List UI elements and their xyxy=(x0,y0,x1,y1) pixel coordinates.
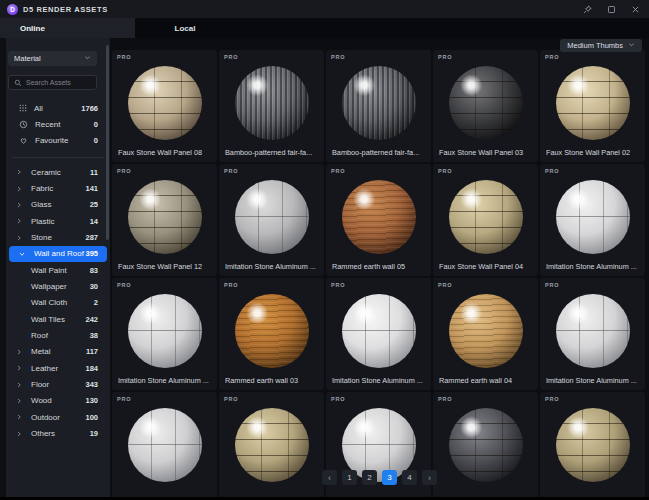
asset-card[interactable]: PROBamboo-patterned fair-fa... xyxy=(219,50,324,162)
asset-grid: PROFaux Stone Wall Panel 08PROBamboo-pat… xyxy=(112,50,649,497)
category-fabric[interactable]: Fabric141 xyxy=(6,180,110,196)
sidebar: Material All1766Recent0Favourite0 Cerami… xyxy=(6,38,110,497)
asset-type-label: Material xyxy=(14,54,41,63)
chevron-right-icon xyxy=(6,365,31,371)
asset-card[interactable]: PROImitation Stone Aluminum ... xyxy=(112,278,217,390)
pro-badge: PRO xyxy=(117,282,131,288)
pro-badge: PRO xyxy=(545,282,559,288)
category-metal[interactable]: Metal117 xyxy=(6,344,110,360)
page-button-2[interactable]: 2 xyxy=(362,470,377,485)
asset-card[interactable]: PROFaux Stone Wall Panel 08 xyxy=(112,50,217,162)
asset-card[interactable]: PROFaux Stone Wall Panel 04 xyxy=(433,164,538,276)
asset-name: Imitation Stone Aluminum ... xyxy=(546,262,642,271)
category-wall-paint[interactable]: Wall Paint83 xyxy=(6,262,110,278)
search-box xyxy=(8,75,97,90)
quick-filter-all[interactable]: All1766 xyxy=(6,100,110,116)
category-label: Stone xyxy=(31,233,85,242)
category-outdoor[interactable]: Outdoor100 xyxy=(6,409,110,425)
quick-filter-label: All xyxy=(34,104,43,113)
category-label: Wall and Roof xyxy=(34,249,85,258)
title-bar: D D5 RENDER ASSETS xyxy=(0,0,649,18)
category-label: Wood xyxy=(31,396,85,405)
category-plastic[interactable]: Plastic14 xyxy=(6,213,110,229)
asset-card[interactable]: PROImitation Stone Aluminum ... xyxy=(540,164,645,276)
search-input[interactable] xyxy=(26,79,91,86)
category-wall-and-roof[interactable]: Wall and Roof395 xyxy=(9,246,107,262)
category-wood[interactable]: Wood130 xyxy=(6,393,110,409)
category-count: 19 xyxy=(90,429,98,438)
chevron-right-icon xyxy=(6,202,31,208)
quick-filter-recent[interactable]: Recent0 xyxy=(6,116,110,132)
quick-filter-count: 1766 xyxy=(81,104,98,113)
tab-local[interactable]: Local xyxy=(135,18,235,38)
chevron-right-icon xyxy=(6,431,31,437)
thumb-size-dropdown[interactable]: Medium Thumbs xyxy=(560,39,642,52)
asset-name: Rammed earth wall 05 xyxy=(332,262,428,271)
category-count: 343 xyxy=(85,380,98,389)
category-wall-tiles[interactable]: Wall Tiles242 xyxy=(6,311,110,327)
category-wallpaper[interactable]: Wallpaper30 xyxy=(6,278,110,294)
maximize-icon[interactable] xyxy=(607,5,616,14)
category-stone[interactable]: Stone287 xyxy=(6,229,110,245)
category-wall-cloth[interactable]: Wall Cloth2 xyxy=(6,295,110,311)
category-count: 395 xyxy=(85,249,98,258)
asset-name: Faux Stone Wall Panel 02 xyxy=(546,148,642,157)
material-sphere xyxy=(128,66,202,140)
asset-name: Bamboo-patterned fair-fa... xyxy=(332,148,428,157)
tab-bar: Online Local xyxy=(0,18,649,38)
category-count: 242 xyxy=(85,315,98,324)
category-count: 25 xyxy=(90,200,98,209)
pro-badge: PRO xyxy=(331,54,345,60)
pro-badge: PRO xyxy=(331,282,345,288)
window-title: D5 RENDER ASSETS xyxy=(23,5,108,14)
category-floor[interactable]: Floor343 xyxy=(6,376,110,392)
category-leather[interactable]: Leather184 xyxy=(6,360,110,376)
asset-type-dropdown[interactable]: Material xyxy=(8,51,97,66)
asset-card[interactable]: PROImitation Stone Aluminum ... xyxy=(540,278,645,390)
asset-card[interactable]: PROFaux Stone Wall Panel 02 xyxy=(540,50,645,162)
pin-icon[interactable] xyxy=(583,5,592,14)
material-sphere xyxy=(342,294,416,368)
category-roof[interactable]: Roof38 xyxy=(6,327,110,343)
pro-badge: PRO xyxy=(331,168,345,174)
asset-name: Rammed earth wall 03 xyxy=(225,376,321,385)
category-label: Wall Paint xyxy=(31,266,90,275)
tab-online[interactable]: Online xyxy=(0,18,135,38)
asset-card[interactable]: PROBamboo-patterned fair-fa... xyxy=(326,50,431,162)
asset-card[interactable]: PRORammed earth wall 03 xyxy=(219,278,324,390)
asset-card[interactable]: PRORammed earth wall 05 xyxy=(326,164,431,276)
asset-name: Faux Stone Wall Panel 04 xyxy=(439,262,535,271)
category-glass[interactable]: Glass25 xyxy=(6,197,110,213)
category-others[interactable]: Others19 xyxy=(6,426,110,442)
pro-badge: PRO xyxy=(331,396,345,402)
asset-name: Imitation Stone Aluminum ... xyxy=(332,376,428,385)
sidebar-scrollbar[interactable] xyxy=(106,45,109,240)
material-sphere xyxy=(128,180,202,254)
quick-filter-favourite[interactable]: Favourite0 xyxy=(6,132,110,148)
page-button-1[interactable]: 1 xyxy=(342,470,357,485)
asset-card[interactable]: PROImitation Stone Aluminum ... xyxy=(219,164,324,276)
quick-filter-label: Recent xyxy=(35,120,60,129)
category-count: 14 xyxy=(90,217,98,226)
pro-badge: PRO xyxy=(438,168,452,174)
chevron-right-icon xyxy=(6,235,31,241)
pro-badge: PRO xyxy=(438,54,452,60)
pro-badge: PRO xyxy=(224,168,238,174)
page-button-3[interactable]: 3 xyxy=(382,470,397,485)
asset-card[interactable]: PROImitation Stone Aluminum ... xyxy=(326,278,431,390)
category-label: Wallpaper xyxy=(31,282,90,291)
page-button-4[interactable]: 4 xyxy=(402,470,417,485)
category-count: 2 xyxy=(94,298,98,307)
prev-page-button[interactable]: ‹ xyxy=(322,470,337,485)
category-ceramic[interactable]: Ceramic11 xyxy=(6,164,110,180)
asset-name: Imitation Stone Aluminum ... xyxy=(225,262,321,271)
search-icon xyxy=(14,79,22,87)
material-sphere xyxy=(235,294,309,368)
close-icon[interactable] xyxy=(631,5,640,14)
asset-card[interactable]: PROFaux Stone Wall Panel 03 xyxy=(433,50,538,162)
asset-card[interactable]: PRORammed earth wall 04 xyxy=(433,278,538,390)
asset-card[interactable]: PROFaux Stone Wall Panel 12 xyxy=(112,164,217,276)
material-sphere xyxy=(128,294,202,368)
category-label: Wall Cloth xyxy=(31,298,94,307)
next-page-button[interactable]: › xyxy=(422,470,437,485)
